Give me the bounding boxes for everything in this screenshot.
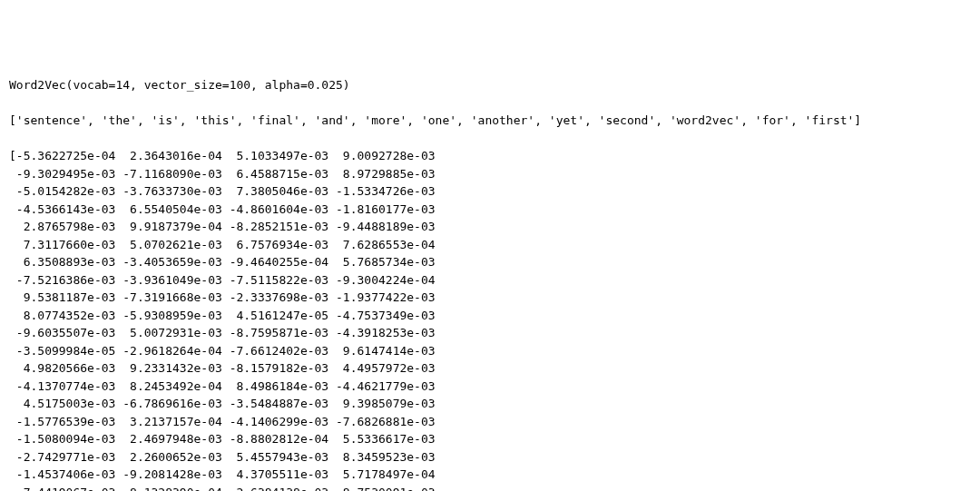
vector-row: 4.9820566e-03 9.2331432e-03 -8.1579182e-… xyxy=(9,359,971,378)
vector-row: -1.5080094e-03 2.4697948e-03 -8.8802812e… xyxy=(9,430,971,448)
vector-row: -9.6035507e-03 5.0072931e-03 -8.7595871e… xyxy=(9,324,971,342)
vector-row: 6.3508893e-03 -3.4053659e-03 -9.4640255e… xyxy=(9,253,971,271)
vector-row: -3.5099984e-05 -2.9618264e-04 -7.6612402… xyxy=(9,342,971,360)
vector-row: 8.0774352e-03 -5.9308959e-03 4.5161247e-… xyxy=(9,307,971,325)
model-summary-line-1: Word2Vec(vocab=14, vector_size=100, alph… xyxy=(9,76,971,94)
vector-row: -7.5216386e-03 -3.9361049e-03 -7.5115822… xyxy=(9,271,971,290)
vector-array-block: [-5.3622725e-04 2.3643016e-04 5.1033497e… xyxy=(9,147,971,491)
vector-row: -5.0154282e-03 -3.7633730e-03 7.3805046e… xyxy=(9,182,971,201)
vector-row: 7.3117660e-03 5.0702621e-03 6.7576934e-0… xyxy=(9,236,971,254)
vector-row: 9.5381187e-03 -7.3191668e-03 -2.3337698e… xyxy=(9,289,971,307)
vector-row: -4.5366143e-03 6.5540504e-03 -4.8601604e… xyxy=(9,201,971,219)
vector-row: -2.7429771e-03 2.2600652e-03 5.4557943e-… xyxy=(9,448,971,466)
vector-row: 2.8765798e-03 9.9187379e-04 -8.2852151e-… xyxy=(9,218,971,236)
vector-row: -1.4537406e-03 -9.2081428e-03 4.3705511e… xyxy=(9,466,971,484)
vector-row: -4.1370774e-03 8.2453492e-04 8.4986184e-… xyxy=(9,378,971,396)
vector-row: -1.5776539e-03 3.2137157e-04 -4.1406299e… xyxy=(9,413,971,431)
vector-row: 7.4419067e-03 -8.1328390e-04 -2.6384138e… xyxy=(9,484,971,492)
vocab-list-line: ['sentence', 'the', 'is', 'this', 'final… xyxy=(9,112,971,130)
vector-row: -9.3029495e-03 -7.1168090e-03 6.4588715e… xyxy=(9,165,971,183)
vector-row: 4.5175003e-03 -6.7869616e-03 -3.5484887e… xyxy=(9,395,971,413)
vector-row: [-5.3622725e-04 2.3643016e-04 5.1033497e… xyxy=(9,147,971,165)
